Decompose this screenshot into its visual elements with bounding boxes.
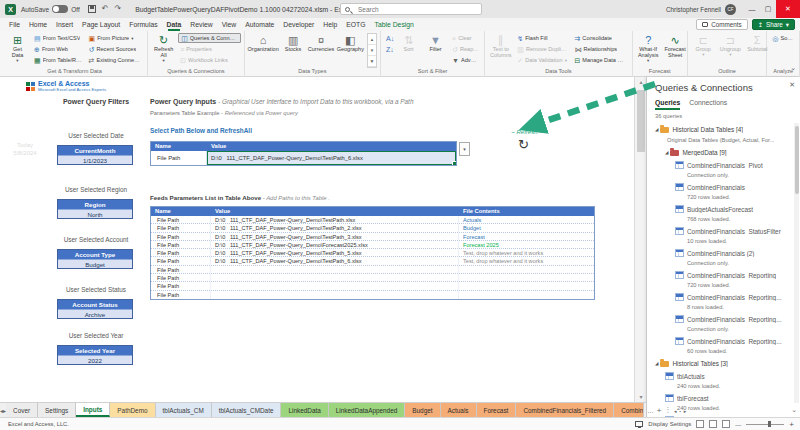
refresh-icon[interactable] xyxy=(518,137,529,152)
query-item-tblactuals[interactable]: tblActuals xyxy=(647,370,793,382)
zoom-out-icon[interactable] xyxy=(735,421,741,428)
query-item-combinedfinancials-statusfilter[interactable]: CombinedFinancials_StatusFilter xyxy=(647,225,793,237)
param-header-value[interactable]: Value xyxy=(207,142,456,151)
menu-tab-insert[interactable]: Insert xyxy=(56,21,73,28)
gallery-scrollbar[interactable]: ▴▾▼ xyxy=(367,33,377,68)
close-button[interactable] xyxy=(776,0,800,18)
tab-splitter-icon[interactable] xyxy=(664,406,671,414)
query-folder-mergeddata-9[interactable]: ◢MergedData [9] xyxy=(647,146,793,159)
panel-scroll-thumb[interactable] xyxy=(795,126,799,194)
vertical-scroll-thumb[interactable] xyxy=(637,90,645,152)
collapse-ribbon-icon[interactable] xyxy=(790,64,796,72)
query-folder-historical-tables-3[interactable]: ◢Historical Tables [3] xyxy=(647,357,793,370)
filter-header-cell[interactable]: Selected Year xyxy=(58,346,132,355)
gallery-scroll-icon[interactable]: ▾ xyxy=(368,45,376,56)
panel-close-icon[interactable] xyxy=(789,81,795,89)
query-item-combinedfinancials-reporting[interactable]: CombinedFinancials_Reporting... xyxy=(647,335,793,347)
expand-triangle-icon[interactable]: ◢ xyxy=(655,127,658,132)
query-item-combinedfinancials-reporting[interactable]: CombinedFinancials_Reporting xyxy=(647,269,793,281)
ribbon-forecast-sheet[interactable]: ∿Forecast Sheet xyxy=(663,33,688,59)
ribbon-text-to-columns[interactable]: ∥Text to Columns xyxy=(488,33,513,59)
restore-button[interactable] xyxy=(760,0,776,18)
display-settings-label[interactable]: Display Settings xyxy=(648,421,691,427)
filter-value-cell[interactable]: 2022 xyxy=(58,355,132,364)
ribbon-remove-duplicates[interactable]: ▥Remove Duplicates xyxy=(515,44,570,54)
zoom-in-icon[interactable] xyxy=(789,420,794,429)
paths-row-value-cell[interactable] xyxy=(211,282,459,289)
new-sheet-button[interactable] xyxy=(657,406,662,415)
paths-row-name-cell[interactable]: File Path xyxy=(151,257,211,264)
sheet-tab-settings[interactable]: Settings xyxy=(38,403,76,417)
query-item-budgetactualsforecast[interactable]: BudgetActualsForecast xyxy=(647,203,793,215)
gallery-scroll-icon[interactable]: ▴ xyxy=(368,34,376,45)
menu-tab-developer[interactable]: Developer xyxy=(283,21,314,28)
autosave-control[interactable]: AutoSave Off xyxy=(21,5,80,13)
paths-row-name-cell[interactable]: File Path xyxy=(151,291,211,299)
paths-row-contents-cell[interactable] xyxy=(459,282,594,289)
hscroll-thumb[interactable] xyxy=(679,407,680,414)
ribbon-sort[interactable]: ⇅Sort xyxy=(396,33,421,53)
panel-scrollbar[interactable] xyxy=(794,123,799,403)
paths-row-contents-cell[interactable] xyxy=(459,291,594,299)
redo-icon[interactable] xyxy=(114,5,121,13)
ribbon-sortaz-button[interactable]: A↓ xyxy=(384,33,394,43)
paths-row-value-cell[interactable] xyxy=(211,266,459,273)
sheet-tab-tblactuals-cm[interactable]: tblActuals_CM xyxy=(156,403,212,417)
paths-row-value-cell[interactable]: D:\0 111_CTF_DAF_Power-Query_Demo\TestPa… xyxy=(211,257,459,264)
hscroll-left-icon[interactable] xyxy=(674,407,677,414)
ribbon-relationships[interactable]: ⋈Relationships xyxy=(572,44,628,54)
param-header-name[interactable]: Name xyxy=(151,142,207,151)
ribbon-advanced[interactable]: ▼Advanced xyxy=(450,55,481,65)
undo-icon[interactable] xyxy=(102,5,109,13)
ribbon-what-if-analysis[interactable]: ?What-If Analysis▾ xyxy=(636,33,661,64)
worksheet[interactable]: Excel & Access Microsoft Excel and Acces… xyxy=(0,77,634,402)
filter-value-cell[interactable]: North xyxy=(58,209,132,218)
paths-header-value[interactable]: Value xyxy=(211,207,459,216)
paths-row-name-cell[interactable]: File Path xyxy=(151,233,211,240)
paths-row-value-cell[interactable]: D:\0 111_CTF_DAF_Power-Query_Demo\TestPa… xyxy=(211,224,459,231)
menu-tab-table-design[interactable]: Table Design xyxy=(375,21,414,28)
paths-row-name-cell[interactable]: File Path xyxy=(151,216,211,223)
menu-tab-help[interactable]: Help xyxy=(323,21,337,28)
tab-queries[interactable]: Queries xyxy=(655,99,680,110)
panel-scroll-down-icon[interactable] xyxy=(791,406,797,414)
ribbon-geography[interactable]: ◧Geography xyxy=(337,33,364,53)
page-break-view-icon[interactable] xyxy=(722,420,730,428)
paths-row-contents-cell[interactable] xyxy=(459,266,594,273)
filter-header-cell[interactable]: Region xyxy=(58,200,132,209)
paths-row-name-cell[interactable]: File Path xyxy=(151,266,211,273)
ribbon-flash-fill[interactable]: ↯Flash Fill xyxy=(515,33,570,43)
paths-row-contents-cell[interactable]: Actuals xyxy=(459,216,594,223)
paths-row-value-cell[interactable] xyxy=(211,274,459,281)
sheet-tab-actuals[interactable]: Actuals xyxy=(441,403,477,417)
ribbon-organization[interactable]: ⌂Organization xyxy=(248,33,279,53)
menu-tab-formulas[interactable]: Formulas xyxy=(129,21,157,28)
ribbon-recent-sources[interactable]: ↺Recent Sources xyxy=(87,44,145,54)
sheet-tab-linkeddata[interactable]: LinkedData xyxy=(281,403,328,417)
ribbon-data-validation[interactable]: ✓Data Validation▾ xyxy=(515,55,570,65)
hscroll-right-icon[interactable] xyxy=(684,407,687,414)
ribbon-from-table-range[interactable]: ▦From Table/Range xyxy=(32,55,85,65)
sheet-tab-combin[interactable]: Combin xyxy=(614,403,644,417)
ribbon-refresh-all[interactable]: ↻Refresh All▾ xyxy=(151,33,176,64)
sheet-vertical-scrollbar[interactable] xyxy=(634,77,646,402)
avatar[interactable]: CF xyxy=(725,4,736,15)
menu-tab-page-layout[interactable]: Page Layout xyxy=(82,21,120,28)
sheet-tab-tblactuals-cmdate[interactable]: tblActuals_CMDate xyxy=(212,403,282,417)
ribbon-group[interactable]: ⊏Group▾ xyxy=(691,33,716,58)
paths-row-value-cell[interactable]: D:\0 111_CTF_DAF_Power-Query_Demo\TestPa… xyxy=(211,216,459,223)
paths-row-value-cell[interactable] xyxy=(211,291,459,299)
sheet-tab-budget[interactable]: Budget xyxy=(405,403,440,417)
menu-tab-view[interactable]: View xyxy=(222,21,237,28)
menu-tab-review[interactable]: Review xyxy=(190,21,212,28)
ribbon-consolidate[interactable]: ⇉Consolidate xyxy=(572,33,628,43)
ribbon-properties[interactable]: ≡Properties xyxy=(178,44,241,54)
tab-connections[interactable]: Connections xyxy=(689,99,727,110)
paths-row-contents-cell[interactable]: Budget xyxy=(459,224,594,231)
filter-header-cell[interactable]: Account Status xyxy=(58,300,132,309)
paths-row-name-cell[interactable]: File Path xyxy=(151,249,211,256)
menu-tab-eotg[interactable]: EOTG xyxy=(346,21,365,28)
ribbon-reapply[interactable]: ↺Reapply xyxy=(450,44,481,54)
sheet-tab-linkeddataappended[interactable]: LinkedDataAppended xyxy=(329,403,405,417)
expand-triangle-icon[interactable]: ◢ xyxy=(665,150,668,155)
